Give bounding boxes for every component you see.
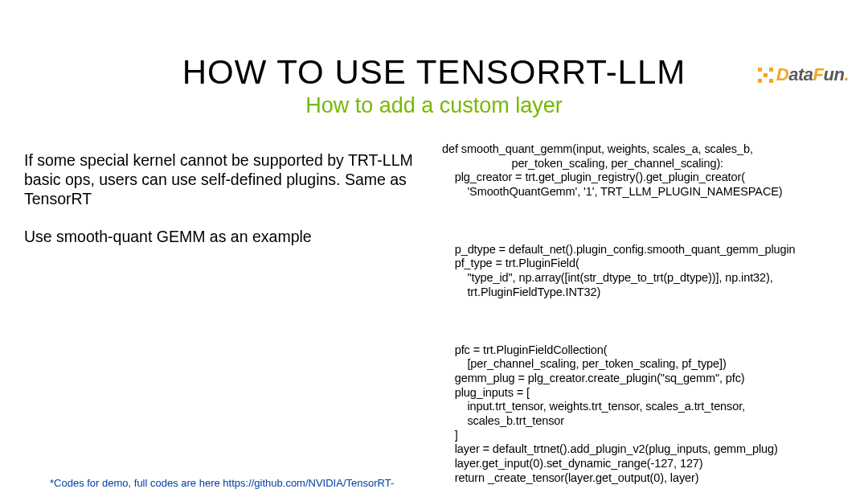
code-spacer-1 — [442, 199, 844, 243]
logo-letters-ata: ata — [788, 64, 813, 84]
body-paragraph-2: Use smooth-quant GEMM as an example — [24, 227, 426, 246]
page-title: HOW TO USE TENSORRT-LLM — [0, 53, 868, 92]
logo-dots-icon — [758, 68, 773, 83]
slide: DataFun. HOW TO USE TENSORRT-LLM How to … — [0, 53, 868, 489]
logo-text: DataFun. — [776, 64, 849, 85]
logo: DataFun. — [758, 64, 849, 85]
code-column: def smooth_quant_gemm(input, weights, sc… — [426, 142, 844, 485]
code-block-2: p_dtype = default_net().plugin_config.sm… — [442, 243, 844, 300]
code-spacer-2 — [442, 300, 844, 343]
logo-letters-un: un — [823, 64, 844, 84]
body-paragraph-1: If some special kernel cannot be support… — [24, 150, 426, 209]
content-area: If some special kernel cannot be support… — [0, 142, 868, 485]
code-block-3: pfc = trt.PluginFieldCollection( [per_ch… — [442, 343, 844, 486]
page-subtitle: How to add a custom layer — [0, 93, 868, 118]
logo-letter-d: D — [776, 64, 788, 84]
logo-letter-f: F — [813, 64, 824, 84]
logo-dot: . — [844, 64, 849, 84]
body-text-column: If some special kernel cannot be support… — [24, 142, 426, 264]
footnote: *Codes for demo, full codes are here htt… — [50, 477, 416, 489]
code-block-1: def smooth_quant_gemm(input, weights, sc… — [442, 142, 844, 199]
